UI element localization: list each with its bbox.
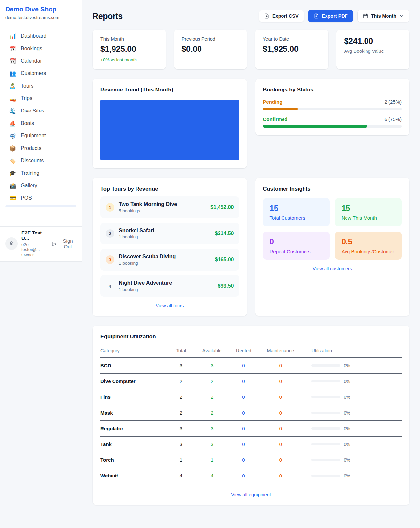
cell-rented: 0	[228, 405, 259, 421]
period-selector[interactable]: This Month	[357, 10, 410, 22]
gallery-icon: 📸	[9, 183, 16, 189]
sidebar-item-trips[interactable]: 🚤 Trips	[3, 92, 79, 105]
view-all-customers-link[interactable]: View all customers	[263, 266, 402, 271]
page-header: Reports Export CSV Export PDF This Month	[93, 10, 410, 22]
stat-label: Year to Date	[263, 36, 321, 42]
utilization-bar	[311, 427, 340, 430]
header-actions: Export CSV Export PDF This Month	[259, 10, 410, 22]
tile-value: 15	[342, 204, 395, 213]
sidebar-item-calendar[interactable]: 📆 Calendar	[3, 55, 79, 67]
cell-total: 4	[166, 468, 196, 484]
cell-total: 3	[166, 421, 196, 437]
sidebar-item-dive-sites[interactable]: 🌊 Dive Sites	[3, 105, 79, 117]
bookings-icon: 📅	[9, 46, 16, 51]
sidebar-item-bookings[interactable]: 📅 Bookings	[3, 42, 79, 55]
table-row: Wetsuit 4 4 0 0 0%	[100, 468, 402, 484]
revenue-trend-card: Revenue Trend (This Month)	[93, 79, 247, 168]
sidebar-item-dashboard[interactable]: 📊 Dashboard	[3, 30, 79, 42]
sidebar-item-active-partial[interactable]	[5, 205, 76, 207]
cell-maintenance: 0	[260, 389, 302, 405]
utilization-percent: 0%	[344, 410, 350, 416]
stat-value: $0.00	[182, 44, 240, 54]
tile-label: New This Month	[342, 215, 395, 221]
tile-value: 15	[270, 204, 323, 213]
user-email: e2e-tester@...	[21, 242, 48, 252]
table-row: Fins 2 2 0 0 0%	[100, 389, 402, 405]
sign-out-icon	[52, 241, 57, 247]
tour-row: 2 Snorkel Safari 1 booking $214.50	[100, 223, 239, 244]
sidebar-item-label: Training	[21, 170, 39, 176]
sidebar-item-label: Gallery	[21, 183, 37, 189]
shop-name: Demo Dive Shop	[5, 6, 76, 13]
stat-value: $1,925.00	[100, 44, 158, 54]
period-selector-label: This Month	[371, 13, 396, 19]
equipment-table: Category Total Available Rented Maintena…	[100, 345, 402, 483]
rank-badge: 2	[106, 229, 114, 238]
sign-out-button[interactable]: Sign Out	[52, 238, 76, 249]
sidebar-item-pos[interactable]: 💳 POS	[3, 192, 79, 204]
user-info: E2E Test U... e2e-tester@... Owner	[21, 230, 48, 257]
equipment-utilization-title: Equipment Utilization	[100, 334, 402, 340]
sidebar-item-discounts[interactable]: 🏷️ Discounts	[3, 154, 79, 167]
customer-insights-card: Customer Insights 15 Total Customers 15 …	[255, 178, 410, 316]
sidebar-item-customers[interactable]: 👥 Customers	[3, 67, 79, 80]
stat-label: This Month	[100, 36, 158, 42]
utilization-cell: 0%	[302, 426, 402, 431]
customers-icon: 👥	[9, 71, 16, 76]
top-tours-title: Top Tours by Revenue	[100, 186, 239, 192]
sidebar-item-equipment[interactable]: 🤿 Equipment	[3, 130, 79, 142]
tour-bookings: 5 bookings	[119, 208, 177, 213]
utilization-percent: 0%	[344, 426, 350, 431]
export-pdf-button[interactable]: Export PDF	[308, 10, 353, 22]
cell-available: 3	[196, 421, 228, 437]
cell-rented: 0	[228, 374, 259, 389]
sidebar-item-gallery[interactable]: 📸 Gallery	[3, 179, 79, 192]
file-download-icon	[264, 13, 269, 19]
utilization-bar	[311, 364, 340, 367]
sidebar-item-products[interactable]: 📦 Products	[3, 142, 79, 154]
discounts-icon: 🏷️	[9, 158, 16, 164]
cell-total: 3	[166, 437, 196, 452]
cell-maintenance: 0	[260, 437, 302, 452]
table-row: Tank 3 3 0 0 0%	[100, 437, 402, 452]
sign-out-label: Sign Out	[59, 238, 76, 249]
utilization-percent: 0%	[344, 442, 350, 447]
status-row-pending: Pending 2 (25%)	[263, 99, 402, 110]
stat-value: $1,925.00	[263, 44, 321, 54]
view-all-tours-link[interactable]: View all tours	[100, 303, 239, 308]
main-content: Reports Export CSV Export PDF This Month…	[82, 0, 420, 516]
view-all-equipment-link[interactable]: View all equipment	[100, 492, 402, 497]
export-csv-button[interactable]: Export CSV	[259, 10, 304, 22]
cell-maintenance: 0	[260, 374, 302, 389]
utilization-cell: 0%	[302, 473, 402, 478]
cell-maintenance: 0	[260, 421, 302, 437]
stat-card-year-to-date: Year to Date $1,925.00	[255, 30, 328, 69]
chevron-down-icon	[399, 14, 404, 18]
stat-card-this-month: This Month $1,925.00 +0% vs last month	[93, 30, 166, 69]
revenue-trend-chart	[100, 100, 239, 160]
status-value: 6 (75%)	[384, 116, 402, 122]
sidebar-nav: 📊 Dashboard 📅 Bookings 📆 Calendar 👥 Cust…	[0, 25, 82, 207]
sidebar-item-label: Products	[21, 145, 41, 151]
products-icon: 📦	[9, 146, 16, 151]
status-row-confirmed: Confirmed 6 (75%)	[263, 116, 402, 128]
tour-name: Night Dive Adventure	[119, 280, 172, 286]
utilization-percent: 0%	[344, 473, 350, 478]
sidebar-item-boats[interactable]: ⛵ Boats	[3, 117, 79, 130]
utilization-percent: 0%	[344, 395, 350, 400]
shop-domain: demo.test.divestreams.com	[5, 15, 76, 20]
status-value: 2 (25%)	[384, 99, 402, 105]
sidebar-item-training[interactable]: 🎓 Training	[3, 167, 79, 179]
utilization-cell: 0%	[302, 379, 402, 384]
stat-card-avg-booking-value: $241.00 Avg Booking Value	[336, 30, 410, 69]
person-icon	[9, 241, 14, 247]
sidebar-item-label: Boats	[21, 120, 34, 126]
sidebar-item-tours[interactable]: 🏝️ Tours	[3, 80, 79, 92]
column-header-rented: Rented	[228, 345, 259, 358]
tile-total-customers: 15 Total Customers	[263, 198, 330, 226]
status-bar-track	[263, 108, 402, 110]
utilization-bar	[311, 412, 340, 414]
tour-revenue: $93.50	[218, 283, 234, 289]
pos-icon: 💳	[9, 195, 16, 201]
utilization-cell: 0%	[302, 410, 402, 416]
